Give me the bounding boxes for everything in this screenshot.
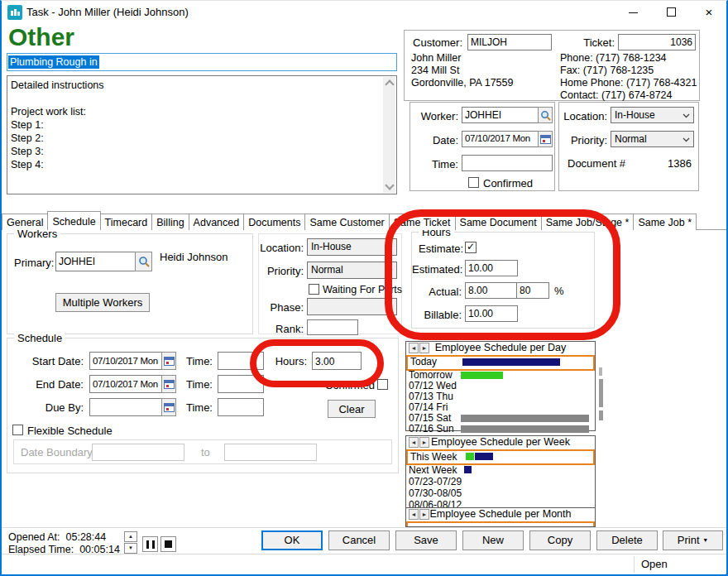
schedule-hours-field[interactable]: 3.00: [312, 352, 362, 370]
priority-label: Priority:: [559, 134, 607, 146]
billable-field[interactable]: 10.00: [465, 305, 518, 322]
worker-lookup-button[interactable]: [538, 107, 553, 123]
worker-label: Worker:: [412, 110, 458, 122]
time-field[interactable]: [462, 155, 553, 171]
phase-label: Phase:: [259, 301, 304, 314]
tab-same-job-stage[interactable]: Same Job/Stage *: [541, 214, 635, 230]
month-row-this-month[interactable]: [406, 521, 595, 527]
new-button[interactable]: New: [462, 530, 524, 550]
actual-label: Actual:: [412, 286, 462, 298]
actual-field[interactable]: 8.00: [465, 282, 518, 299]
panel-right-arrow[interactable]: ►: [419, 343, 429, 353]
end-date-calendar-button[interactable]: [161, 375, 176, 393]
schedule-confirmed-checkbox[interactable]: [377, 379, 388, 390]
close-button[interactable]: ×: [690, 0, 728, 25]
phase-dropdown[interactable]: [307, 298, 397, 315]
due-by-calendar-button[interactable]: [161, 398, 176, 416]
scroll-up-icon[interactable]: [385, 79, 394, 89]
primary-lookup-button[interactable]: [135, 252, 152, 271]
priority-dropdown[interactable]: Normal: [307, 262, 397, 279]
minimize-button[interactable]: [614, 0, 652, 25]
start-date-calendar-button[interactable]: [161, 352, 176, 370]
confirmed-label: Confirmed: [483, 177, 533, 190]
timer-stop-button[interactable]: [160, 536, 176, 552]
rank-field[interactable]: [307, 319, 358, 335]
day-row[interactable]: 07/16 Sun: [406, 424, 595, 434]
multiple-workers-button[interactable]: Multiple Workers: [55, 293, 150, 312]
search-icon: [138, 256, 150, 267]
ok-button[interactable]: OK: [261, 530, 323, 550]
date-boundary-to-label: to: [201, 446, 210, 458]
week-row-next-week[interactable]: Next Week: [406, 464, 595, 476]
panel-scrollbar[interactable]: [599, 367, 602, 376]
tab-billing[interactable]: Billing: [151, 214, 189, 230]
maximize-button[interactable]: [652, 0, 690, 25]
week-row[interactable]: 07/23-07/29: [406, 476, 595, 487]
tab-same-document[interactable]: Same Document: [455, 214, 542, 230]
tab-same-ticket[interactable]: Same Ticket: [389, 214, 456, 230]
due-time-field[interactable]: [218, 398, 264, 416]
timer-up-button[interactable]: ▲: [124, 531, 137, 542]
panel-right-arrow[interactable]: ►: [419, 509, 429, 520]
date-calendar-button[interactable]: [538, 131, 553, 147]
schedule-per-month-panel: ◄ ► Employee Schedule per Month: [405, 507, 596, 527]
tab-advanced[interactable]: Advanced: [189, 214, 245, 230]
date-boundary-to-field[interactable]: [224, 444, 317, 461]
titlebar[interactable]: Task - John Miller (Heidi Johnson) ×: [0, 0, 728, 25]
time-label: Time:: [183, 355, 213, 367]
due-by-label: Due By:: [7, 401, 84, 414]
timer-pause-button[interactable]: [142, 536, 158, 552]
week-row-this-week[interactable]: This Week: [406, 449, 595, 465]
worker-field[interactable]: JOHHEI: [462, 107, 539, 123]
tab-same-customer[interactable]: Same Customer: [304, 214, 389, 230]
schedule-per-week-panel: ◄ ► Employee Schedule per Week This Week…: [405, 435, 596, 508]
start-time-field[interactable]: [218, 352, 264, 370]
ticket-number-field[interactable]: 1036: [618, 34, 696, 50]
tab-schedule[interactable]: Schedule: [47, 211, 100, 230]
timer-down-button[interactable]: ▼: [124, 543, 137, 554]
waiting-for-parts-checkbox[interactable]: [309, 284, 319, 295]
clear-button[interactable]: Clear: [328, 400, 376, 418]
contact-line: Contact: (717) 674-8724: [560, 89, 697, 102]
flexible-schedule-checkbox[interactable]: [12, 425, 23, 435]
instructions-scrollbar[interactable]: [383, 77, 395, 193]
percent-field[interactable]: 80: [516, 282, 549, 299]
resize-grip[interactable]: [722, 570, 724, 572]
panel-left-arrow[interactable]: ◄: [409, 437, 419, 448]
panel-left-arrow[interactable]: ◄: [409, 509, 419, 520]
priority-dropdown[interactable]: Normal: [611, 131, 694, 147]
start-date-field[interactable]: 07/10/2017 Mon: [89, 352, 162, 370]
date-boundary-from-field[interactable]: [92, 444, 184, 461]
week-row[interactable]: 07/30-08/05: [406, 487, 595, 499]
document-number: 1386: [642, 157, 692, 170]
panel-scrollbar[interactable]: [599, 410, 603, 420]
tab-timecard[interactable]: Timecard: [100, 214, 153, 230]
copy-button[interactable]: Copy: [529, 530, 591, 550]
tab-general[interactable]: General: [2, 214, 48, 230]
instructions-textarea[interactable]: Detailed instructions Project work list:…: [7, 75, 397, 194]
tab-same-job[interactable]: Same Job *: [633, 214, 697, 230]
scroll-down-icon[interactable]: [385, 180, 394, 190]
panel-scrollbar-thumb[interactable]: [599, 379, 603, 407]
panel-right-arrow[interactable]: ►: [419, 437, 429, 448]
priority-label: Priority:: [259, 265, 304, 277]
date-field[interactable]: 07/10/2017 Mon: [462, 131, 539, 147]
location-dropdown[interactable]: In-House: [611, 107, 694, 123]
save-button[interactable]: Save: [395, 530, 457, 550]
estimate-checkbox[interactable]: ✓: [465, 242, 477, 253]
delete-button[interactable]: Delete: [596, 530, 658, 550]
panel-left-arrow[interactable]: ◄: [409, 343, 419, 353]
tab-documents[interactable]: Documents: [243, 214, 305, 230]
customer-code-field[interactable]: MILJOH: [467, 34, 552, 50]
primary-worker-field[interactable]: JOHHEI: [55, 252, 136, 271]
end-time-field[interactable]: [218, 375, 264, 393]
confirmed-checkbox[interactable]: [468, 177, 479, 188]
print-button[interactable]: ​Print ▼: [663, 530, 723, 550]
location-dropdown[interactable]: In-House: [307, 238, 397, 256]
end-date-field[interactable]: 07/10/2017 Mon: [89, 375, 162, 393]
cancel-button[interactable]: Cancel: [328, 530, 390, 550]
due-by-field[interactable]: [89, 398, 162, 416]
estimated-field[interactable]: 10.00: [465, 260, 518, 276]
summary-input[interactable]: Plumbing Rough in: [7, 53, 397, 71]
schedule-group: Schedule Start Date: 07/10/2017 Mon Time…: [7, 338, 399, 473]
